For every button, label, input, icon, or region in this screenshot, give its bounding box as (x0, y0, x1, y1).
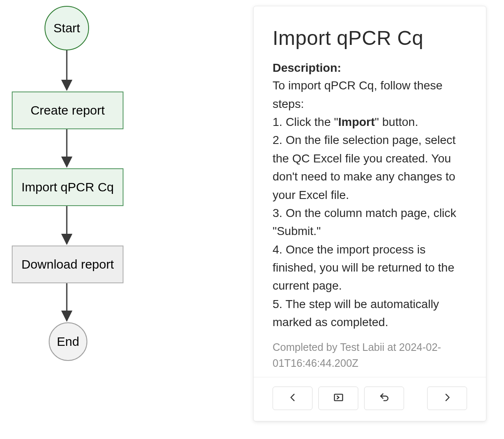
step-footer (254, 377, 486, 421)
chevron-right-icon (442, 392, 453, 405)
flow-node-label: Create report (31, 103, 105, 118)
flow-node-label: Start (53, 21, 80, 35)
import-icon (333, 392, 344, 405)
undo-button[interactable] (364, 387, 404, 410)
workflow-flowchart: Start Create report Import qPCR Cq Downl… (0, 0, 252, 439)
flow-node-end[interactable]: End (49, 322, 87, 361)
flow-node-label: End (57, 334, 79, 349)
flow-node-download-report[interactable]: Download report (12, 246, 123, 283)
step-title: Import qPCR Cq (273, 26, 467, 50)
chevron-left-icon (287, 392, 298, 405)
next-step-button[interactable] (427, 387, 467, 410)
prev-step-button[interactable] (273, 387, 312, 410)
step-detail-card: Import qPCR Cq Description: To import qP… (253, 6, 486, 421)
flow-node-import-qpcr-cq[interactable]: Import qPCR Cq (12, 168, 123, 206)
undo-icon (379, 392, 390, 405)
import-button[interactable] (318, 387, 358, 410)
flow-node-label: Import qPCR Cq (21, 180, 114, 194)
completed-by-text: Completed by Test Labii at 2024-02-01T16… (273, 339, 467, 372)
description-text: To import qPCR Cq, follow these steps: 1… (273, 76, 467, 331)
flow-node-label: Download report (21, 257, 114, 272)
flow-node-start[interactable]: Start (45, 6, 89, 50)
flow-node-create-report[interactable]: Create report (12, 91, 123, 129)
description-label: Description: (273, 61, 467, 75)
